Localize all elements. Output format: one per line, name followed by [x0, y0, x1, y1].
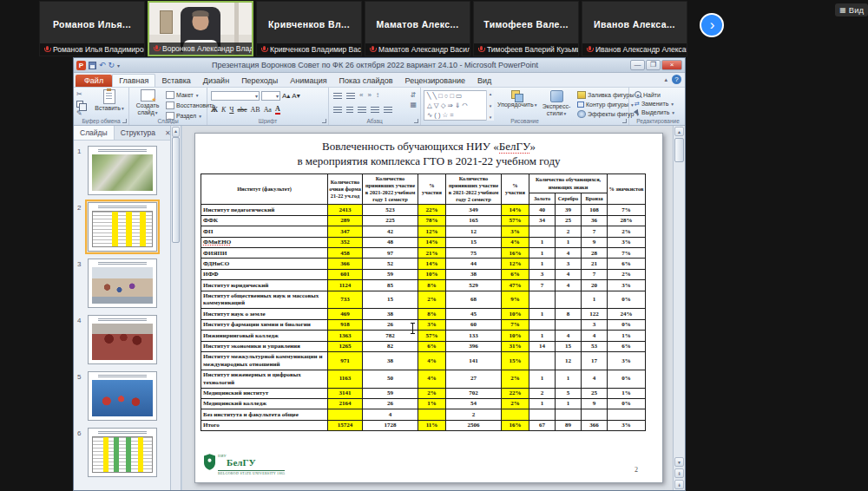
table-cell[interactable]: 3%: [418, 319, 446, 330]
maximize-button[interactable]: ❐: [646, 60, 661, 70]
new-slide-button[interactable]: Создать слайд▾: [132, 89, 163, 116]
slide-thumbnail-2-table-yellow[interactable]: [88, 202, 157, 252]
table-cell[interactable]: 1: [529, 309, 556, 319]
table-cell[interactable]: 97: [363, 248, 418, 259]
table-cell[interactable]: 9: [582, 398, 608, 409]
table-cell[interactable]: 14: [529, 341, 556, 351]
scroll-up-icon[interactable]: ▲: [674, 127, 684, 136]
table-cell[interactable]: 7: [582, 226, 608, 237]
next-participants-button[interactable]: ›: [700, 13, 724, 37]
participant-tile[interactable]: Романов Илья...Романов Илья Владимирович: [39, 1, 145, 56]
table-cell[interactable]: 44: [446, 259, 502, 269]
table-cell[interactable]: 7%: [608, 205, 646, 215]
strikethrough-button[interactable]: abc: [237, 107, 247, 114]
table-cell[interactable]: 4: [582, 331, 608, 341]
table-cell[interactable]: 31%: [502, 341, 529, 351]
table-cell[interactable]: 0%: [608, 291, 646, 309]
table-cell[interactable]: 2%: [608, 226, 646, 237]
font-size-select[interactable]: [261, 91, 280, 101]
table-cell[interactable]: ФИЯПИ: [201, 248, 328, 259]
table-cell[interactable]: Институт общественных наук и массовых ко…: [201, 291, 328, 309]
table-cell[interactable]: 2: [556, 226, 582, 237]
table-cell[interactable]: ФМиЕНО: [201, 237, 328, 247]
dialog-launcher-icon[interactable]: [322, 119, 326, 123]
next-slide-button[interactable]: ⇟: [674, 480, 684, 489]
table-cell[interactable]: ИФФ: [201, 269, 328, 279]
table-cell[interactable]: 53: [582, 341, 608, 351]
table-cell[interactable]: 8%: [418, 280, 446, 291]
table-cell[interactable]: 7: [582, 269, 608, 279]
justify-icon[interactable]: [371, 107, 379, 113]
table-cell[interactable]: 42: [363, 226, 418, 237]
table-cell[interactable]: 22%: [502, 388, 529, 398]
table-cell[interactable]: 10%: [418, 269, 446, 279]
quick-styles-button[interactable]: Экспресс-стили▾: [537, 90, 575, 117]
table-cell[interactable]: 5: [556, 388, 582, 398]
table-cell[interactable]: 6%: [418, 341, 446, 351]
table-cell[interactable]: 1%: [608, 331, 646, 341]
table-cell[interactable]: 26: [363, 319, 418, 330]
table-cell[interactable]: 2164: [328, 398, 363, 409]
table-cell[interactable]: 28: [582, 248, 608, 259]
table-cell[interactable]: 3: [556, 259, 582, 269]
scroll-up-icon[interactable]: ▲: [172, 127, 180, 137]
table-cell[interactable]: 15: [363, 291, 418, 309]
table-cell[interactable]: Итого: [201, 420, 328, 430]
table-cell[interactable]: 165: [446, 215, 502, 226]
table-cell[interactable]: 57%: [418, 331, 446, 341]
scroll-down-icon[interactable]: ▼: [674, 457, 684, 467]
select-button[interactable]: Выделить▾: [635, 109, 674, 115]
table-cell[interactable]: 26: [363, 398, 418, 409]
table-cell[interactable]: 2%: [608, 269, 646, 279]
table-cell[interactable]: [556, 319, 582, 330]
character-spacing-button[interactable]: АВ: [251, 107, 260, 114]
columns-icon[interactable]: [384, 107, 392, 113]
table-cell[interactable]: [556, 409, 582, 420]
table-cell[interactable]: 529: [446, 280, 502, 291]
line-spacing-icon[interactable]: ↕: [376, 92, 379, 99]
table-cell[interactable]: 1163: [328, 370, 363, 388]
table-cell[interactable]: 14%: [418, 259, 446, 269]
table-cell[interactable]: 289: [328, 215, 363, 226]
align-center-icon[interactable]: [346, 107, 353, 113]
table-cell[interactable]: 2%: [418, 291, 446, 309]
table-cell[interactable]: [418, 409, 446, 420]
table-cell[interactable]: 57%: [502, 215, 529, 226]
table-cell[interactable]: Медицинский институт: [201, 388, 328, 398]
ribbon-tab-3[interactable]: Дизайн: [197, 75, 235, 87]
table-cell[interactable]: 38: [446, 269, 502, 279]
table-cell[interactable]: 27: [446, 370, 502, 388]
table-cell[interactable]: 122: [582, 309, 608, 319]
table-cell[interactable]: 1: [529, 248, 556, 259]
title-bar[interactable]: P ↶ ↻ ▾ Презентация Воронков Совет по ФК…: [74, 58, 685, 73]
table-cell[interactable]: 14%: [502, 205, 529, 215]
table-cell[interactable]: 108: [582, 205, 608, 215]
table-cell[interactable]: 59: [363, 388, 418, 398]
close-button[interactable]: ×: [661, 60, 682, 70]
table-cell[interactable]: 0%: [608, 370, 646, 388]
table-cell[interactable]: 15%: [502, 351, 529, 370]
table-cell[interactable]: Институт педагогический: [201, 205, 328, 215]
table-cell[interactable]: 2: [446, 409, 502, 420]
table-cell[interactable]: 8: [556, 309, 582, 319]
table-cell[interactable]: 15: [446, 237, 502, 247]
slide-thumbnail-5-photo-team-blue[interactable]: [88, 371, 157, 421]
table-cell[interactable]: 396: [446, 341, 502, 351]
table-cell[interactable]: 38: [363, 351, 418, 370]
table-cell[interactable]: 133: [446, 331, 502, 341]
table-cell[interactable]: 1%: [608, 388, 646, 398]
table-cell[interactable]: 89: [556, 420, 582, 430]
table-cell[interactable]: 1: [529, 259, 556, 269]
table-cell[interactable]: 3%: [608, 351, 646, 370]
increase-indent-icon[interactable]: »: [367, 92, 371, 99]
table-cell[interactable]: 2: [529, 388, 556, 398]
table-cell[interactable]: [529, 226, 556, 237]
participant-tile[interactable]: Маматов Алекс...Маматов Александр Василь…: [365, 1, 470, 56]
table-cell[interactable]: 25: [582, 388, 608, 398]
underline-button[interactable]: Ч: [229, 107, 233, 114]
dialog-launcher-icon[interactable]: [122, 119, 127, 123]
ribbon-tab-0[interactable]: Файл: [76, 75, 112, 87]
table-cell[interactable]: 4%: [502, 237, 529, 247]
table-cell[interactable]: [556, 291, 582, 309]
minimize-ribbon-icon[interactable]: ▴: [664, 76, 667, 83]
